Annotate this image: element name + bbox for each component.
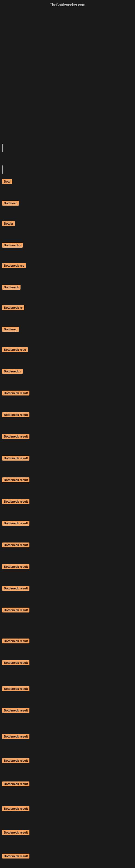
bottleneck-badge-18[interactable]: Bottleneck result (2, 542, 30, 547)
bottleneck-item-17[interactable]: Bottleneck result (2, 521, 30, 527)
bottleneck-item-4[interactable]: Bottleneck r (2, 243, 23, 249)
bottleneck-item-11[interactable]: Bottleneck result (2, 391, 30, 397)
bottleneck-item-6[interactable]: Bottleneck (2, 285, 20, 291)
bottleneck-badge-16[interactable]: Bottleneck result (2, 499, 30, 504)
bottleneck-item-14[interactable]: Bottleneck result (2, 456, 30, 462)
bottleneck-badge-24[interactable]: Bottleneck result (2, 686, 30, 691)
bottleneck-item-19[interactable]: Bottleneck result (2, 564, 30, 570)
bottleneck-badge-6[interactable]: Bottleneck (2, 285, 20, 290)
bottleneck-item-22[interactable]: Bottleneck result (2, 639, 30, 645)
bottleneck-badge-11[interactable]: Bottleneck result (2, 391, 30, 396)
bottleneck-item-12[interactable]: Bottleneck result (2, 412, 30, 418)
bottleneck-badge-1[interactable]: Bottl (2, 179, 12, 184)
bottleneck-badge-29[interactable]: Bottleneck result (2, 806, 30, 811)
bottleneck-item-5[interactable]: Bottleneck res (2, 263, 26, 269)
bottleneck-badge-21[interactable]: Bottleneck result (2, 608, 30, 613)
bottleneck-badge-13[interactable]: Bottleneck result (2, 434, 30, 439)
bottleneck-badge-26[interactable]: Bottleneck result (2, 734, 30, 739)
bottleneck-badge-5[interactable]: Bottleneck res (2, 263, 26, 268)
bottleneck-item-26[interactable]: Bottleneck result (2, 734, 30, 740)
bottleneck-badge-31[interactable]: Bottleneck result (2, 854, 30, 859)
bottleneck-badge-28[interactable]: Bottleneck result (2, 781, 30, 786)
bottleneck-item-29[interactable]: Bottleneck result (2, 806, 30, 812)
bottleneck-badge-25[interactable]: Bottleneck result (2, 708, 30, 713)
bottleneck-item-20[interactable]: Bottleneck result (2, 586, 30, 592)
bottleneck-badge-4[interactable]: Bottleneck r (2, 243, 23, 248)
bottleneck-item-25[interactable]: Bottleneck result (2, 708, 30, 714)
bottleneck-item-31[interactable]: Bottleneck result (2, 854, 30, 860)
bottleneck-item-10[interactable]: Bottleneck r (2, 369, 23, 375)
bottleneck-item-30[interactable]: Bottleneck result (2, 830, 30, 836)
bottleneck-badge-14[interactable]: Bottleneck result (2, 456, 30, 461)
bottleneck-item-21[interactable]: Bottleneck result (2, 608, 30, 614)
bottleneck-badge-20[interactable]: Bottleneck result (2, 586, 30, 591)
bottleneck-badge-23[interactable]: Bottleneck result (2, 660, 30, 665)
bottleneck-badge-7[interactable]: Bottleneck re (2, 305, 24, 310)
bottleneck-badge-10[interactable]: Bottleneck r (2, 369, 23, 374)
bottleneck-item-1[interactable]: Bottl (2, 179, 12, 185)
bottleneck-item-15[interactable]: Bottleneck result (2, 477, 30, 484)
bottleneck-badge-12[interactable]: Bottleneck result (2, 412, 30, 417)
bottleneck-badge-2[interactable]: Bottlenec (2, 201, 19, 206)
bottleneck-item-9[interactable]: Bottleneck resu (2, 347, 28, 353)
cursor-line-2 (2, 165, 3, 174)
bottleneck-badge-8[interactable]: Bottlenec (2, 327, 19, 332)
bottleneck-item-27[interactable]: Bottleneck result (2, 758, 30, 764)
bottleneck-item-24[interactable]: Bottleneck result (2, 686, 30, 692)
bottleneck-badge-15[interactable]: Bottleneck result (2, 477, 30, 482)
bottleneck-item-23[interactable]: Bottleneck result (2, 660, 30, 666)
bottleneck-item-8[interactable]: Bottlenec (2, 327, 19, 333)
bottleneck-badge-22[interactable]: Bottleneck result (2, 639, 30, 643)
bottleneck-badge-19[interactable]: Bottleneck result (2, 564, 30, 569)
bottleneck-item-7[interactable]: Bottleneck re (2, 305, 24, 311)
bottleneck-item-3[interactable]: Bottler (2, 221, 15, 227)
bottleneck-item-2[interactable]: Bottlenec (2, 201, 19, 207)
bottleneck-badge-9[interactable]: Bottleneck resu (2, 347, 28, 352)
cursor-line-1 (2, 144, 3, 152)
bottleneck-badge-27[interactable]: Bottleneck result (2, 758, 30, 763)
bottleneck-item-16[interactable]: Bottleneck result (2, 499, 30, 505)
bottleneck-badge-30[interactable]: Bottleneck result (2, 830, 30, 835)
bottleneck-badge-3[interactable]: Bottler (2, 221, 15, 226)
bottleneck-item-13[interactable]: Bottleneck result (2, 434, 30, 440)
bottleneck-item-18[interactable]: Bottleneck result (2, 542, 30, 549)
bottleneck-badge-17[interactable]: Bottleneck result (2, 521, 30, 526)
site-title: TheBottlenecker.com (50, 3, 85, 7)
bottleneck-item-28[interactable]: Bottleneck result (2, 781, 30, 787)
